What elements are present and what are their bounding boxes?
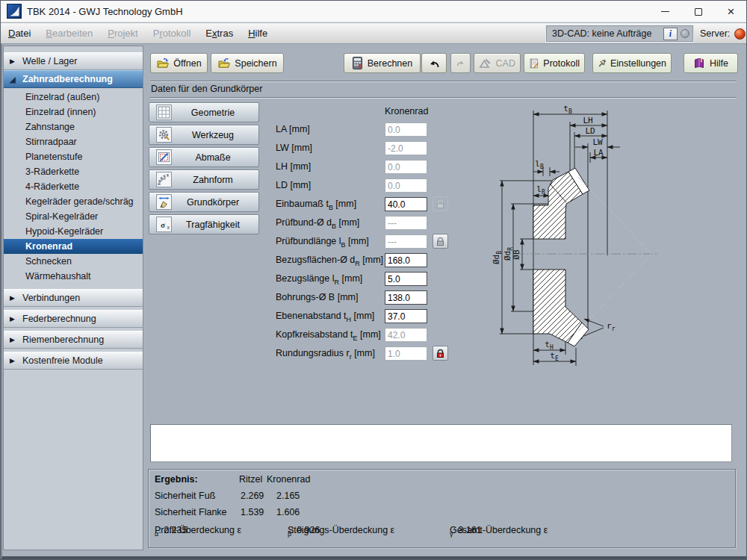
- sidebar-section-welle-lager[interactable]: ▶Welle / Lager: [4, 52, 143, 70]
- tooth-form-icon: [156, 172, 172, 187]
- server-label: Server:: [700, 28, 730, 39]
- results-panel: Ergebnis: Ritzel Kronenrad Sicherheit Fu…: [148, 469, 736, 548]
- result-value-kronenrad: 1.606: [276, 507, 300, 517]
- kopfkreisabstand-t-input[interactable]: [385, 328, 427, 342]
- base-body-icon: [156, 194, 172, 210]
- menu-protokoll[interactable]: Protokoll: [146, 23, 199, 43]
- menu-projekt[interactable]: Projekt: [100, 23, 145, 43]
- dim-label-th: tH: [545, 340, 554, 351]
- overlap-1: Steigungs-Überdeckung εβ: 0.926: [288, 525, 291, 538]
- tab-werkzeug[interactable]: Werkzeug: [149, 125, 259, 145]
- kopfkreisabstand-t-label: Kopfkreisabstand tE [mm]: [276, 328, 381, 342]
- pruefbundlaenge-l-lock-button[interactable]: [433, 234, 448, 249]
- menu-datei[interactable]: Datei: [1, 23, 38, 43]
- sidebar-section-label: Welle / Lager: [22, 56, 77, 66]
- sidebar-section-riemenberechnung[interactable]: ▶Riemenberechnung: [4, 331, 143, 349]
- minimize-button[interactable]: [648, 1, 682, 22]
- sidebar-item-4-raederkette[interactable]: 4-Räderkette: [4, 179, 143, 194]
- bezugslaenge-l-input[interactable]: [385, 272, 427, 286]
- undo-button[interactable]: [421, 53, 447, 73]
- comment-textarea[interactable]: [150, 424, 732, 462]
- tab-grundkoerper[interactable]: Grundkörper: [149, 192, 259, 212]
- settings-button[interactable]: Einstellungen: [592, 53, 672, 73]
- pruefbund-d-label: Prüfbund-Ø dB [mm]: [276, 216, 359, 230]
- sidebar-item-hypoid-kegelraeder[interactable]: Hypoid-Kegelräder: [4, 224, 143, 239]
- rundungsradius-r-label: Rundungsradius rr [mm]: [276, 346, 375, 361]
- result-row-label: Sicherheit Fuß: [155, 491, 215, 501]
- cad-button[interactable]: CAD: [474, 53, 521, 73]
- calculate-button[interactable]: Berechnen: [344, 53, 421, 73]
- pruefbundlaenge-l-input[interactable]: [385, 234, 427, 249]
- redo-button[interactable]: [450, 53, 471, 73]
- sidebar-item-stirnradpaar[interactable]: Stirnradpaar: [4, 134, 143, 149]
- calculator-icon: [352, 57, 363, 69]
- result-row-label: Sicherheit Flanke: [155, 507, 227, 517]
- menu-hilfe[interactable]: Hilfe: [241, 23, 275, 43]
- sidebar-section-verbindungen[interactable]: ▶Verbindungen: [4, 289, 143, 307]
- close-icon: ×: [728, 5, 735, 18]
- menu-extras[interactable]: Extras: [198, 23, 241, 43]
- result-value-ritzel: 1.539: [241, 507, 264, 517]
- sidebar-item-einzelrad-innen[interactable]: Einzelrad (innen): [4, 105, 143, 119]
- sidebar-item-planetenstufe[interactable]: Planetenstufe: [4, 149, 143, 164]
- sidebar-item-3-raederkette[interactable]: 3-Räderkette: [4, 164, 143, 179]
- sidebar-item-kronenrad[interactable]: Kronenrad: [4, 239, 143, 254]
- sidebar-section-label: Kostenfreie Module: [22, 355, 103, 366]
- info-button[interactable]: i: [663, 28, 678, 40]
- save-button[interactable]: Speichern: [211, 53, 284, 73]
- sidebar-section-label: Federberechnung: [22, 314, 96, 324]
- dim-label-lh: LH: [583, 116, 592, 125]
- einbaumass-t-lock-button[interactable]: [433, 196, 448, 211]
- open-button[interactable]: Öffnen: [150, 53, 208, 73]
- lw-mm-input[interactable]: [385, 141, 427, 155]
- maximize-icon: [695, 8, 702, 16]
- results-col-ritzel: Ritzel: [239, 474, 262, 485]
- column-header: Kronenrad: [385, 106, 428, 116]
- ebenenabstand-t-input[interactable]: [385, 309, 427, 323]
- results-title: Ergebnis:: [155, 474, 198, 485]
- sidebar-section-kostenfreie-module[interactable]: ▶Kostenfreie Module: [4, 352, 143, 370]
- rundungsradius-r-input[interactable]: [385, 346, 427, 361]
- sidebar-section-label: Verbindungen: [22, 293, 80, 303]
- ebenenabstand-t-label: Ebenenabstand tH [mm]: [276, 309, 374, 323]
- ld-mm-input[interactable]: [385, 178, 427, 193]
- bohrungs-b-mm-label: Bohrungs-Ø B [mm]: [276, 290, 358, 305]
- tab-tragfaehigkeit[interactable]: σ x Tragfähigkeit: [149, 214, 259, 234]
- document-icon: [529, 57, 539, 69]
- ruler-pencil-icon: [156, 149, 172, 165]
- sidebar-section-zahnradberechnung[interactable]: ◢Zahnradberechnung: [4, 70, 143, 88]
- sidebar-item-einzelrad-aussen[interactable]: Einzelrad (außen): [4, 90, 143, 105]
- sidebar-item-kegelraeder-gerade-schraeg[interactable]: Kegelräder gerade/schräg: [4, 194, 143, 209]
- dim-label-tb: tB: [563, 104, 572, 115]
- tab-abmasse[interactable]: Abmaße: [149, 147, 259, 167]
- overlap-2: Gesamt-Überdeckung εγ: 3.161: [450, 525, 453, 538]
- la-mm-input[interactable]: [385, 122, 427, 137]
- sidebar-item-spiral-kegelraeder[interactable]: Spiral-Kegelräder: [4, 209, 143, 224]
- menu-bearbeiten[interactable]: Bearbeiten: [38, 23, 100, 43]
- result-value-ritzel: 2.269: [241, 491, 264, 501]
- rundungsradius-r-lock-button[interactable]: [433, 346, 448, 361]
- separator-line: [150, 81, 737, 82]
- sidebar-item-waermehaushalt[interactable]: Wärmehaushalt: [4, 269, 143, 284]
- maximize-button[interactable]: [681, 1, 715, 22]
- bezugsflaechen-d-input[interactable]: [385, 253, 427, 267]
- close-button[interactable]: ×: [714, 1, 747, 22]
- einbaumass-t-input[interactable]: [385, 197, 427, 211]
- chevron-expanded-icon: ◢: [10, 75, 17, 84]
- help-button[interactable]: Hilfe: [684, 53, 738, 73]
- sidebar-item-zahnstange[interactable]: Zahnstange: [4, 119, 143, 134]
- lh-mm-input[interactable]: [385, 160, 427, 174]
- tab-zahnform[interactable]: Zahnform: [149, 169, 259, 190]
- result-value-kronenrad: 2.165: [276, 491, 300, 501]
- folder-save-icon: [217, 57, 230, 69]
- cad-led-icon: [681, 29, 689, 38]
- server-led-icon: [734, 28, 746, 40]
- bohrungs-b-mm-input[interactable]: [385, 290, 427, 305]
- pruefbund-d-input[interactable]: [385, 216, 427, 230]
- cad-status-text: 3D-CAD: keine Aufträge: [547, 28, 651, 39]
- protocol-button[interactable]: Protokoll: [524, 53, 585, 73]
- tab-geometrie[interactable]: Geometrie: [149, 102, 259, 122]
- section-title: Daten für den Grundkörper: [151, 84, 262, 94]
- sidebar-item-schnecken[interactable]: Schnecken: [4, 254, 143, 269]
- sidebar-section-federberechnung[interactable]: ▶Federberechnung: [4, 310, 143, 328]
